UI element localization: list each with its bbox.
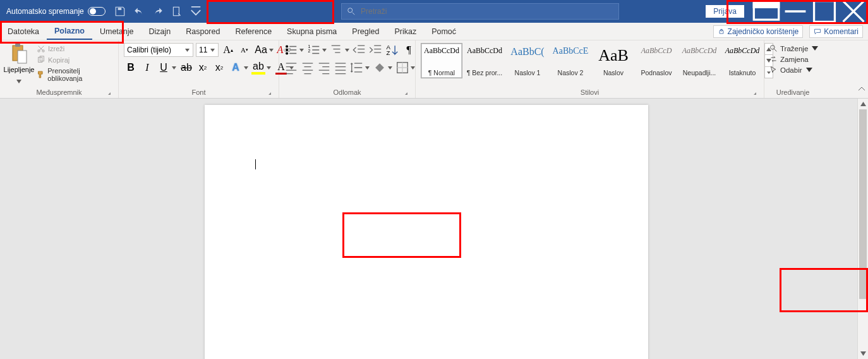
replace-icon	[769, 55, 778, 63]
autosave-label: Automatsko spremanje	[6, 7, 84, 16]
group-font: Calibri (tijelo) 11 A▴ A▾ Aa A⌫ B I U ab…	[119, 40, 279, 98]
italic-button[interactable]: I	[140, 61, 154, 75]
tab-dizajn[interactable]: Dizajn	[141, 23, 178, 40]
autosave-switch[interactable]	[88, 7, 105, 16]
editing-group-label: Uređivanje	[776, 88, 810, 96]
style-item[interactable]: AaBNaslov	[593, 43, 634, 78]
scroll-thumb[interactable]	[859, 109, 867, 299]
quick-access-toolbar	[112, 6, 204, 17]
search-icon	[347, 7, 356, 16]
copy-button[interactable]: Kopiraj	[37, 56, 113, 64]
scroll-down-icon[interactable]	[858, 348, 868, 359]
shading-icon[interactable]	[373, 61, 387, 75]
replace-button[interactable]: Zamjena	[769, 55, 818, 63]
multilevel-list-icon[interactable]	[330, 43, 344, 57]
style-item[interactable]: AaBbCcDd¶ Normal	[421, 43, 462, 78]
ribbon: Lijepljenje Izreži Kopiraj Prenositelj o…	[0, 40, 868, 99]
increase-indent-icon[interactable]	[369, 43, 383, 57]
format-painter-button[interactable]: Prenositelj oblikovanja	[37, 67, 113, 82]
svg-rect-1	[173, 7, 179, 16]
clipboard-launcher[interactable]	[104, 89, 112, 97]
borders-icon[interactable]	[395, 61, 409, 75]
search-input[interactable]	[361, 7, 618, 16]
window-controls: Prijava	[706, 0, 868, 23]
svg-point-16	[286, 52, 288, 54]
shrink-font-icon[interactable]: A▾	[238, 43, 251, 57]
find-button[interactable]: Traženje	[769, 44, 818, 52]
align-right-icon[interactable]	[317, 61, 331, 75]
collapse-ribbon-icon[interactable]	[858, 84, 865, 95]
ribbon-display-icon[interactable]	[752, 0, 781, 23]
subscript-button[interactable]: x2	[196, 61, 210, 75]
undo-icon[interactable]	[133, 6, 145, 17]
highlight-icon[interactable]: ab	[251, 61, 265, 75]
align-left-icon[interactable]	[284, 61, 298, 75]
tab-raspored[interactable]: Raspored	[178, 23, 227, 40]
style-item[interactable]: AaBbCcDdIstaknuto	[721, 43, 763, 78]
justify-icon[interactable]	[334, 61, 347, 75]
tab-umetanje[interactable]: Umetanje	[92, 23, 142, 40]
svg-point-22	[771, 46, 775, 50]
paste-icon	[9, 43, 29, 64]
tab-skupna pisma[interactable]: Skupna pisma	[279, 23, 344, 40]
style-item[interactable]: AaBbC(Naslov 1	[507, 43, 548, 78]
style-item[interactable]: AaBbCcDd¶ Bez pror...	[464, 43, 505, 78]
line-spacing-icon[interactable]	[350, 61, 364, 75]
save-icon[interactable]	[114, 6, 126, 17]
document-page[interactable]	[205, 105, 648, 359]
tab-reference[interactable]: Reference	[227, 23, 279, 40]
maximize-icon[interactable]	[810, 0, 839, 23]
paragraph-launcher[interactable]	[401, 89, 409, 97]
tab-prikaz[interactable]: Prikaz	[387, 23, 424, 40]
tab-polazno[interactable]: Polazno	[47, 23, 92, 40]
style-item[interactable]: AaBbCcENaslov 2	[550, 43, 591, 78]
svg-point-15	[286, 49, 288, 51]
decrease-indent-icon[interactable]	[353, 43, 366, 57]
search-box[interactable]	[341, 3, 619, 20]
text-effects-icon[interactable]: A	[229, 61, 243, 75]
share-button[interactable]: Zajedničko korištenje	[713, 25, 804, 38]
qat-more-icon[interactable]	[190, 6, 202, 17]
paste-button[interactable]: Lijepljenje	[5, 43, 33, 78]
sort-icon[interactable]: AZ	[385, 43, 399, 57]
bold-button[interactable]: B	[124, 61, 138, 75]
numbering-icon[interactable]: 12	[307, 43, 321, 57]
select-button[interactable]: Odabir	[769, 66, 818, 74]
close-icon[interactable]	[839, 0, 868, 23]
bullets-icon[interactable]	[284, 43, 298, 57]
tab-pomoć[interactable]: Pomoć	[424, 23, 464, 40]
ribbon-tabs: DatotekaPolaznoUmetanjeDizajnRasporedRef…	[0, 23, 868, 40]
font-name-combo[interactable]: Calibri (tijelo)	[124, 43, 193, 57]
font-size-combo[interactable]: 11	[196, 43, 219, 57]
redo-icon[interactable]	[152, 6, 164, 17]
chevron-down-icon	[16, 75, 21, 78]
group-styles: AaBbCcDd¶ NormalAaBbCcDd¶ Bez pror...AaB…	[416, 40, 764, 98]
align-center-icon[interactable]	[301, 61, 315, 75]
font-launcher[interactable]	[265, 89, 272, 97]
change-case-dropdown[interactable]	[268, 49, 274, 52]
vertical-scrollbar[interactable]	[857, 99, 868, 359]
show-marks-icon[interactable]: ¶	[402, 43, 416, 57]
scroll-up-icon[interactable]	[858, 99, 868, 109]
autosave-toggle[interactable]: Automatsko spremanje	[0, 7, 112, 16]
cut-button[interactable]: Izreži	[37, 44, 113, 53]
paragraph-group-label: Odlomak	[333, 88, 361, 96]
touchpage-icon[interactable]	[171, 6, 183, 17]
comments-button[interactable]: Komentari	[809, 25, 863, 38]
scroll-track[interactable]	[858, 109, 868, 348]
underline-button[interactable]: U	[157, 61, 171, 75]
style-item[interactable]: AaBbCcDdNeupadlji...	[678, 43, 720, 78]
login-button[interactable]: Prijava	[706, 5, 744, 18]
share-label: Zajedničko korištenje	[728, 27, 799, 36]
styles-launcher[interactable]	[750, 89, 757, 97]
strikethrough-button[interactable]: ab	[179, 61, 193, 75]
grow-font-icon[interactable]: A▴	[221, 43, 235, 57]
tab-datoteka[interactable]: Datoteka	[0, 23, 47, 40]
superscript-button[interactable]: x2	[212, 61, 226, 75]
change-case-icon[interactable]: Aa	[254, 43, 268, 57]
minimize-icon[interactable]	[781, 0, 810, 23]
cursor-icon	[769, 66, 778, 74]
style-item[interactable]: AaBbCcDPodnaslov	[636, 43, 677, 78]
text-cursor	[255, 159, 256, 169]
tab-pregled[interactable]: Pregled	[344, 23, 387, 40]
